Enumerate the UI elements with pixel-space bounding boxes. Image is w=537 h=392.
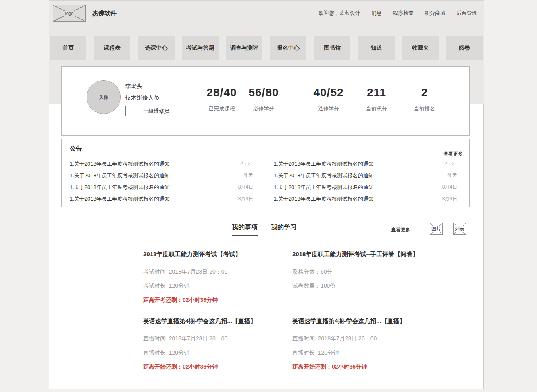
card-row: 及格分数：60分 — [292, 268, 445, 276]
stat-current-rank: 2 当前排名 — [396, 86, 453, 112]
announcement-item[interactable]: 1.关于2018年员工年度考核测试报名的通知 12：21 — [274, 158, 457, 170]
announcement-title: 1.关于2018年员工年度考核测试报名的通知 — [70, 172, 170, 179]
nav-item-knowledge[interactable]: 知道 — [358, 36, 394, 60]
announcement-title: 1.关于2018年员工年度考核测试报名的通知 — [70, 184, 170, 191]
nav-item-schedule[interactable]: 课程表 — [94, 36, 130, 60]
my-section-tabs: 我的事项 我的学习 — [232, 223, 297, 236]
card-row: 直播时间 2018年7月23日 20：00 — [292, 335, 445, 342]
announcement-time: 8月4日 — [442, 195, 457, 202]
card-row: 直播时间 2018年7月23日 20：00 — [143, 335, 296, 342]
card-row: 试卷数量：100份 — [292, 282, 445, 290]
announcement-time: 8月4日 — [238, 195, 253, 202]
tab-my-items[interactable]: 我的事项 — [232, 223, 258, 236]
nav-item-library[interactable]: 图书馆 — [314, 36, 350, 60]
nav-item-registration[interactable]: 报名中心 — [270, 36, 306, 60]
brand-title: 杰佛软件 — [92, 10, 117, 17]
logo-placeholder-icon[interactable]: logo — [53, 5, 86, 22]
stat-label: 必修学分 — [235, 105, 292, 112]
card-title[interactable]: 英语速学直播第4期-学会这几招...【直播】 — [292, 317, 445, 325]
announcement-title: 1.关于2018年员工年度考核测试报名的通知 — [70, 160, 170, 168]
profile-info: 李老头 技术维修人员 一级维修员 — [125, 83, 169, 116]
card-title[interactable]: 2018年度职工能力测评考试【考试】 — [143, 251, 296, 258]
announcement-item[interactable]: 1.关于2018年员工年度考核测试报名的通知 8月4日 — [70, 181, 253, 193]
view-toggle-list-button[interactable]: 列表 — [453, 223, 466, 235]
stat-value: 56/80 — [235, 86, 292, 99]
card-row: 直播时长 120分钟 — [292, 349, 445, 357]
avatar-label: 头像 — [99, 94, 108, 101]
announcements-right-column: 1.关于2018年员工年度考核测试报名的通知 12：21 1.关于2018年员工… — [263, 158, 463, 204]
announcement-title: 1.关于2018年员工年度考核测试报名的通知 — [70, 195, 170, 203]
announcements-columns: 1.关于2018年员工年度考核测试报名的通知 12：21 1.关于2018年员工… — [70, 158, 463, 204]
announcement-item[interactable]: 1.关于2018年员工年度考核测试报名的通知 8月4日 — [274, 193, 457, 205]
announcement-item[interactable]: 1.关于2018年员工年度考核测试报名的通知 昨天 — [70, 170, 253, 181]
tab-my-study[interactable]: 我的学习 — [271, 223, 297, 236]
user-role: 技术维修人员 — [125, 94, 169, 102]
stat-value: 2 — [396, 86, 453, 99]
announcement-item[interactable]: 1.关于2018年员工年度考核测试报名的通知 8月4日 — [70, 193, 253, 205]
user-name: 李老头 — [125, 83, 169, 90]
header-link-points-mall[interactable]: 积分商城 — [425, 10, 445, 17]
header: logo 杰佛软件 欢迎您，蓝蓝设计 消息 程序检查 积分商城 后台管理 — [49, 1, 484, 26]
nav-item-favorites[interactable]: 收藏夹 — [402, 36, 439, 60]
announcement-title: 1.关于2018年员工年度考核测试报名的通知 — [274, 195, 374, 203]
nav-item-course-center[interactable]: 选课中心 — [138, 36, 174, 60]
badge-label: 一级维修员 — [143, 108, 169, 115]
announcement-title: 1.关于2018年员工年度考核测试报名的通知 — [274, 160, 374, 168]
card-row: 直播时长 120分钟 — [143, 349, 296, 357]
header-link-program-check[interactable]: 程序检查 — [393, 10, 414, 17]
card-row: 考试时长 120分钟 — [143, 282, 296, 290]
announcement-time: 12：21 — [441, 160, 457, 167]
stat-required-credits: 56/80 必修学分 — [235, 86, 292, 112]
card-title[interactable]: 英语速学直播第4期-学会这几招...【直播】 — [143, 317, 296, 325]
announcements-view-more-link[interactable]: 查看更多 — [443, 151, 463, 158]
event-card-exam: 2018年度职工能力测评考试【考试】 考试时间 2018年7月23日 20：00… — [143, 251, 296, 304]
announcement-time: 昨天 — [244, 172, 253, 179]
announcement-time: 昨天 — [448, 172, 457, 179]
header-link-messages[interactable]: 消息 — [371, 10, 382, 17]
header-link-admin[interactable]: 后台管理 — [456, 10, 477, 17]
announcement-title: 1.关于2018年员工年度考核测试报名的通知 — [274, 172, 374, 179]
view-toggle-pictures-label: 图片 — [431, 226, 441, 232]
page: logo 杰佛软件 欢迎您，蓝蓝设计 消息 程序检查 积分商城 后台管理 首页 … — [0, 0, 537, 392]
nav-item-survey[interactable]: 调查与测评 — [226, 36, 262, 60]
avatar[interactable]: 头像 — [87, 80, 121, 114]
announcement-item[interactable]: 1.关于2018年员工年度考核测试报名的通知 昨天 — [274, 170, 457, 181]
announcement-time: 8月4日 — [442, 184, 457, 191]
announcements-left-column: 1.关于2018年员工年度考核测试报名的通知 12：21 1.关于2018年员工… — [70, 158, 263, 204]
event-card-grading: 2018年度职工能力测评考试--手工评卷【阅卷】 及格分数：60分 试卷数量：1… — [292, 251, 445, 297]
card-countdown: 距离开考还剩：02小时36分钟 — [143, 297, 296, 304]
profile-card: 头像 李老头 技术维修人员 一级维修员 28/40 已完成课程 56/80 必修… — [61, 66, 470, 136]
announcement-time: 8月4日 — [238, 184, 253, 191]
main-nav: 首页 课程表 选课中心 考试与答题 调查与测评 报名中心 图书馆 知道 收藏夹 … — [50, 36, 483, 60]
announcement-item[interactable]: 1.关于2018年员工年度考核测试报名的通知 12：21 — [70, 158, 253, 170]
badge-placeholder-icon — [125, 106, 135, 116]
header-links: 欢迎您，蓝蓝设计 消息 程序检查 积分商城 后台管理 — [318, 10, 480, 17]
card-countdown: 距离开始还剩：02小时36分钟 — [292, 363, 445, 371]
announcements-panel: 公告 查看更多 1.关于2018年员工年度考核测试报名的通知 12：21 1.关… — [61, 139, 470, 207]
announcements-title: 公告 — [70, 145, 82, 153]
stat-label: 当前排名 — [396, 105, 453, 112]
logo-label: logo — [64, 11, 75, 16]
view-toggle-pictures-button[interactable]: 图片 — [430, 223, 443, 235]
nav-item-home[interactable]: 首页 — [50, 36, 86, 60]
card-row: 考试时间 2018年7月23日 20：00 — [143, 268, 296, 276]
card-countdown: 距离开始还剩：02小时36分钟 — [143, 363, 296, 371]
announcement-title: 1.关于2018年员工年度考核测试报名的通知 — [274, 184, 374, 191]
view-toggle-list-label: 列表 — [454, 226, 465, 232]
event-card-live-right: 英语速学直播第4期-学会这几招...【直播】 直播时间 2018年7月23日 2… — [292, 317, 445, 371]
announcement-time: 12：21 — [237, 160, 253, 167]
badge-row: 一级维修员 — [125, 106, 169, 116]
event-card-live-left: 英语速学直播第4期-学会这几招...【直播】 直播时间 2018年7月23日 2… — [143, 317, 296, 371]
header-link-welcome[interactable]: 欢迎您，蓝蓝设计 — [318, 10, 360, 17]
my-section-view-more-link[interactable]: 查看更多 — [391, 226, 410, 233]
nav-item-exams[interactable]: 考试与答题 — [182, 36, 219, 60]
announcement-item[interactable]: 1.关于2018年员工年度考核测试报名的通知 8月4日 — [274, 181, 457, 193]
nav-item-grading[interactable]: 阅卷 — [446, 36, 483, 60]
card-title[interactable]: 2018年度职工能力测评考试--手工评卷【阅卷】 — [292, 251, 445, 258]
